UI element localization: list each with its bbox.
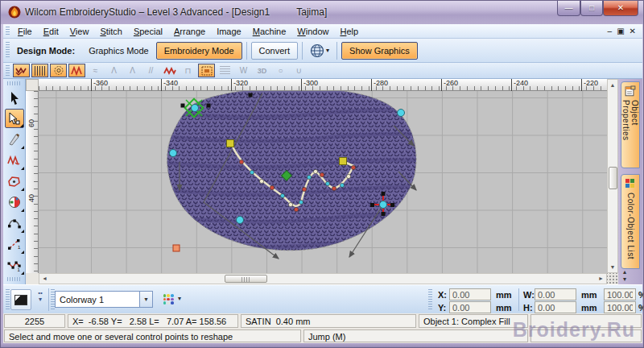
fancy-fill-icon[interactable] — [68, 64, 85, 77]
control-point[interactable] — [181, 104, 185, 108]
show-graphics-button[interactable]: Show Graphics — [341, 42, 418, 60]
scroll-up-icon[interactable]: ▲ — [610, 80, 616, 90]
menu-item-image[interactable]: Image — [211, 26, 247, 37]
toolbar-grip[interactable] — [6, 289, 10, 310]
3d-warp-icon[interactable]: 3D — [254, 64, 270, 77]
menu-item-special[interactable]: Special — [128, 26, 168, 37]
embroidery-design[interactable] — [39, 91, 607, 273]
control-point[interactable] — [390, 203, 394, 207]
orange-handle[interactable] — [173, 245, 180, 251]
insert-points-tool[interactable]: 1 — [5, 234, 24, 254]
select-tool[interactable] — [5, 88, 24, 107]
scroll-left-icon[interactable]: ◄ — [42, 276, 47, 281]
cyan-handle[interactable] — [380, 201, 387, 209]
window-minimize-button[interactable]: — — [557, 1, 580, 16]
yellow-handle[interactable] — [227, 140, 234, 147]
palette-dropdown-icon[interactable]: ▾ — [178, 295, 181, 302]
wave-fill-icon[interactable] — [161, 64, 178, 77]
horizontal-scroll-thumb[interactable] — [225, 275, 267, 283]
toolbar-grip[interactable] — [428, 289, 432, 310]
run-stitch-icon[interactable] — [13, 64, 30, 77]
vertical-ruler[interactable]: 60 40 — [26, 91, 39, 273]
dock-scroll-arrows[interactable]: ▴▾ — [623, 268, 626, 283]
ruler-origin-box[interactable] — [26, 79, 39, 91]
scroll-down-icon[interactable]: ▼ — [610, 262, 616, 272]
trim-basket-icon[interactable]: ∪ — [291, 64, 308, 77]
graphics-mode-button[interactable]: Graphics Mode — [81, 43, 156, 59]
scale-x-input[interactable] — [604, 288, 636, 300]
tab-color-object-list[interactable]: Color-Object List — [621, 174, 640, 269]
menu-item-help[interactable]: Help — [334, 26, 364, 37]
column-stitch-icon[interactable]: ⊓ — [180, 64, 196, 77]
scroll-right-icon[interactable]: ► — [598, 276, 604, 281]
window-close-button[interactable]: ✕ — [603, 1, 638, 16]
horizontal-scrollbar[interactable]: ◄ ► — [39, 273, 607, 284]
control-point[interactable] — [207, 104, 211, 108]
colorway-select[interactable]: Colorway 1 ▼ — [55, 291, 153, 308]
cyan-handle[interactable] — [398, 110, 405, 117]
menu-item-arrange[interactable]: Arrange — [168, 26, 211, 37]
tab-object-properties[interactable]: Object Properties — [621, 81, 640, 168]
toolbar-overflow-chevron[interactable]: ••▾ — [36, 290, 44, 309]
menu-item-window[interactable]: Window — [291, 26, 334, 37]
control-point[interactable] — [370, 203, 374, 207]
motif-fill-icon[interactable] — [50, 64, 67, 77]
title-bar[interactable]: Wilcom EmbroideryStudio – Level 3 Advanc… — [1, 1, 644, 24]
control-point[interactable] — [249, 93, 253, 97]
vertical-scrollbar[interactable]: ▲ ▼ — [607, 79, 618, 273]
vertical-scroll-thumb[interactable] — [609, 167, 617, 189]
convert-button[interactable]: Convert — [251, 42, 299, 60]
w-input[interactable] — [535, 288, 576, 300]
closed-shape-tool[interactable] — [5, 172, 24, 191]
machine-function: Jump (M) — [303, 329, 528, 342]
show-bitmap-button[interactable] — [10, 289, 31, 310]
toolbar-grip[interactable] — [6, 65, 10, 76]
knife-tool[interactable] — [5, 130, 24, 149]
reshape-tool[interactable] — [5, 109, 24, 128]
pattern-stamp-icon[interactable] — [198, 64, 215, 77]
menu-item-file[interactable]: File — [12, 26, 38, 37]
hatch-fill-icon[interactable]: W — [235, 64, 252, 77]
color-wheel-tool[interactable] — [5, 193, 24, 212]
resize-grip[interactable] — [607, 273, 618, 284]
ruler-label: -360 — [91, 79, 108, 91]
document-minimize-icon[interactable]: – — [608, 27, 613, 35]
node-edit-tool[interactable] — [5, 213, 24, 233]
control-point[interactable] — [382, 212, 386, 216]
application-window: Wilcom EmbroideryStudio – Level 3 Advanc… — [0, 0, 644, 348]
fan-stitch-icon[interactable]: // — [142, 64, 159, 77]
stitch-lines-icon[interactable] — [217, 64, 233, 77]
toolbar-grip[interactable] — [6, 42, 10, 58]
menu-grip[interactable] — [6, 27, 10, 36]
menu-item-view[interactable]: View — [64, 26, 95, 37]
satin-column-a-icon[interactable]: Λ — [105, 64, 122, 77]
cyan-handle[interactable] — [237, 217, 244, 224]
toolbox-grip[interactable] — [7, 277, 20, 281]
palette-editor-button[interactable] — [159, 291, 177, 308]
menu-item-stitch[interactable]: Stitch — [94, 26, 128, 37]
satin-column-b-icon[interactable]: Λ — [124, 64, 141, 77]
toolbox-grip[interactable] — [7, 81, 20, 85]
embroidery-mode-button[interactable]: Embroidery Mode — [156, 42, 242, 60]
yellow-handle[interactable] — [340, 158, 347, 165]
menu-item-machine[interactable]: Machine — [247, 26, 292, 37]
ring-shape-icon[interactable]: ○ — [272, 64, 289, 77]
hoop-globe-button[interactable]: ▾ — [307, 41, 332, 60]
y-input[interactable] — [449, 301, 491, 313]
scale-y-input[interactable] — [604, 301, 636, 313]
cyan-handle[interactable] — [170, 150, 177, 157]
x-input[interactable] — [449, 288, 491, 300]
control-point[interactable] — [382, 192, 386, 196]
document-restore-icon[interactable]: ▣ — [617, 27, 624, 35]
tatami-fill-icon[interactable] — [31, 64, 48, 77]
horizontal-ruler[interactable]: -360 -340 -320 -300 -280 -260 -240 -220 — [39, 79, 607, 91]
h-input[interactable] — [535, 301, 576, 313]
document-close-icon[interactable]: ✕ — [630, 27, 636, 35]
combo-dropdown-icon[interactable]: ▼ — [139, 292, 152, 307]
zigzag-stitch-icon[interactable]: ≈ — [87, 64, 104, 77]
digitize-run-tool[interactable]: 1 — [5, 255, 24, 275]
window-maximize-button[interactable]: □ — [580, 1, 603, 16]
menu-item-edit[interactable]: Edit — [38, 26, 64, 37]
freehand-stitch-tool[interactable] — [5, 151, 24, 170]
cyan-handle[interactable] — [192, 105, 199, 112]
